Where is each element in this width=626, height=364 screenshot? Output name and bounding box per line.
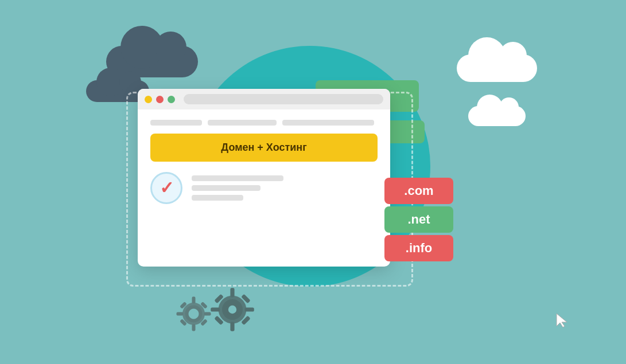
dot-yellow [145, 96, 152, 103]
check-circle: ✓ [150, 172, 182, 204]
gray-line [282, 120, 374, 126]
browser-window: Домен + Хостинг ✓ .com .net .info [138, 89, 390, 267]
dot-red [156, 96, 164, 103]
browser-titlebar [138, 89, 390, 109]
gray-line [150, 120, 202, 126]
svg-point-20 [228, 306, 236, 314]
domain-badges: .com .net .info [384, 178, 453, 261]
svg-point-10 [190, 311, 197, 318]
dot-green [168, 96, 175, 103]
gray-line [192, 175, 283, 181]
content-lines-top [150, 120, 378, 126]
gray-line [192, 185, 260, 191]
badge-net: .net [384, 206, 453, 233]
domain-hosting-button[interactable]: Домен + Хостинг [150, 134, 378, 162]
svg-rect-3 [177, 312, 184, 316]
svg-rect-1 [192, 297, 196, 304]
gear-container [172, 275, 258, 335]
white-cloud-small [468, 106, 526, 126]
browser-content: Домен + Хостинг ✓ [138, 109, 390, 214]
svg-rect-2 [192, 324, 196, 331]
svg-marker-0 [557, 314, 567, 327]
check-area: ✓ [150, 172, 378, 204]
badge-info: .info [384, 235, 453, 261]
badge-com: .com [384, 178, 453, 204]
scene: Домен + Хостинг ✓ .com .net .info [0, 0, 626, 364]
white-cloud-large [457, 54, 537, 82]
button-label: Домен + Хостинг [221, 142, 306, 153]
gray-line [208, 120, 277, 126]
check-lines [192, 175, 378, 201]
checkmark-icon: ✓ [160, 179, 174, 197]
address-bar [184, 94, 383, 104]
gray-line [192, 195, 243, 201]
gear-right-icon [207, 284, 258, 335]
